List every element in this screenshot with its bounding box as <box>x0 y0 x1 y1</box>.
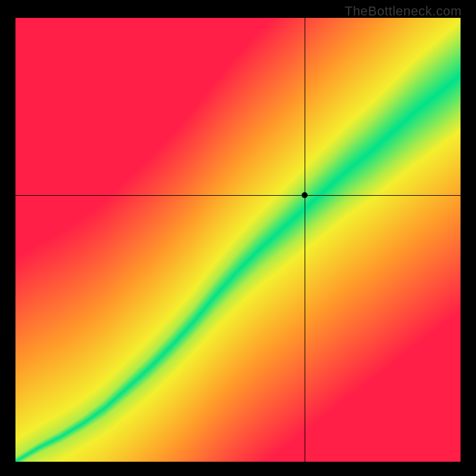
crosshair-vertical <box>305 18 305 462</box>
plot-area <box>15 18 461 462</box>
attribution-text: TheBottleneck.com <box>345 4 462 19</box>
chart-root: TheBottleneck.com <box>0 0 476 476</box>
crosshair-horizontal <box>15 195 461 196</box>
bottleneck-heatmap <box>15 18 461 462</box>
